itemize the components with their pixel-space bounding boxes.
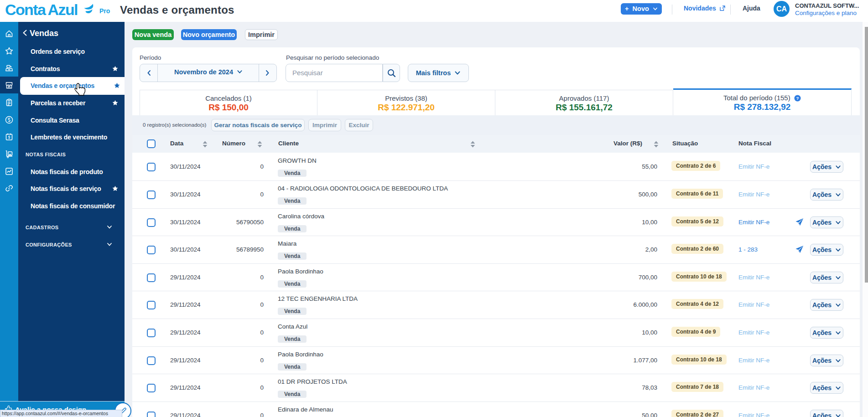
svg-text:?: ? bbox=[796, 96, 799, 101]
